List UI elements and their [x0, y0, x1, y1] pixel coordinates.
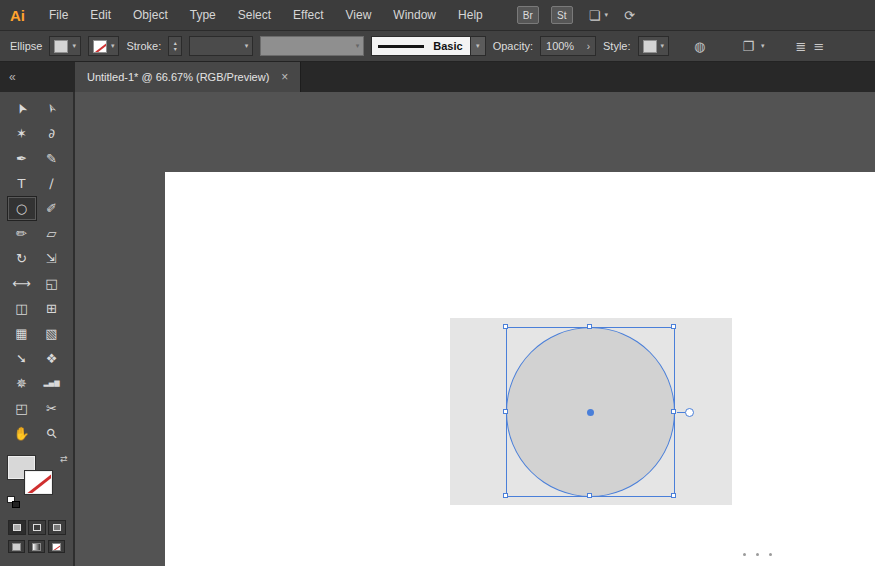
slice-icon: ✂: [46, 402, 57, 415]
style-dropdown[interactable]: ▾: [638, 36, 670, 56]
selection-handle-top-middle[interactable]: [587, 324, 592, 329]
menu-file[interactable]: File: [49, 8, 68, 22]
transform-panel-icon[interactable]: ❐: [742, 39, 754, 54]
caret-down-icon: ▾: [476, 42, 480, 50]
color-mode-buttons: [8, 540, 65, 553]
ellipse-icon: ○: [16, 202, 27, 215]
gradient-button[interactable]: [28, 540, 45, 553]
zoom-icon: ⚲: [44, 426, 60, 442]
scale-tool[interactable]: ⇲: [37, 246, 67, 271]
menu-effect[interactable]: Effect: [293, 8, 323, 22]
stepper-down-icon[interactable]: ▾: [174, 46, 177, 52]
eyedropper-tool[interactable]: ➘: [7, 346, 37, 371]
default-fill-stroke-icon[interactable]: [12, 501, 20, 508]
draw-behind-button[interactable]: [28, 520, 46, 535]
dropdown-button[interactable]: ▾: [470, 37, 485, 55]
slice-tool[interactable]: ✂: [37, 396, 67, 421]
canvas[interactable]: [75, 92, 875, 566]
menu-help[interactable]: Help: [458, 8, 483, 22]
transform-caret-icon[interactable]: ▾: [761, 42, 765, 50]
color-button[interactable]: [8, 540, 25, 553]
draw-normal-button[interactable]: [8, 520, 26, 535]
menu-view[interactable]: View: [346, 8, 372, 22]
free-transform-tool[interactable]: ◱: [37, 271, 67, 296]
stock-button[interactable]: St: [551, 6, 573, 24]
menu-edit[interactable]: Edit: [90, 8, 111, 22]
selection-handle-bottom-middle[interactable]: [587, 493, 592, 498]
close-tab-icon[interactable]: ×: [281, 70, 288, 84]
hand-tool[interactable]: ✋: [7, 421, 37, 446]
workspace-switcher-icon[interactable]: ❏: [589, 8, 601, 23]
app-logo: Ai: [10, 7, 25, 24]
stroke-weight-dropdown[interactable]: ▾: [189, 36, 253, 56]
selection-handle-top-right[interactable]: [671, 324, 676, 329]
line-segment-tool[interactable]: ∕: [37, 171, 67, 196]
shape-builder-tool[interactable]: ◫: [7, 296, 37, 321]
none-button[interactable]: [48, 540, 65, 553]
fill-color-dropdown[interactable]: ▾: [49, 36, 81, 56]
curvature-tool[interactable]: ✎: [37, 146, 67, 171]
opacity-field[interactable]: 100% ›: [540, 36, 596, 56]
share-icon[interactable]: ⟳: [624, 8, 635, 23]
magic-wand-icon: ✶: [16, 127, 27, 140]
free-transform-icon: ◱: [45, 277, 57, 290]
curvature-icon: ✎: [46, 152, 57, 165]
lasso-tool[interactable]: ∂: [37, 121, 67, 146]
stroke-weight-stepper[interactable]: ▴ ▾: [168, 36, 182, 56]
recolor-artwork-icon[interactable]: ◍: [694, 39, 705, 54]
symbol-sprayer-tool[interactable]: ✵: [7, 371, 37, 396]
menu-object[interactable]: Object: [133, 8, 168, 22]
selection-handle-middle-right[interactable]: [671, 409, 676, 414]
selection-handle-top-left[interactable]: [503, 324, 508, 329]
pencil-tool[interactable]: ✏: [7, 221, 37, 246]
eraser-tool[interactable]: ▱: [37, 221, 67, 246]
control-bar: Ellipse ▾ ▾ Stroke: ▴ ▾ ▾ ▾ Basic ▾ Opac…: [0, 30, 875, 62]
menu-window[interactable]: Window: [393, 8, 436, 22]
stroke-swatch[interactable]: [25, 471, 52, 494]
type-tool[interactable]: T: [7, 171, 37, 196]
gradient-tool[interactable]: ▧: [37, 321, 67, 346]
perspective-grid-tool[interactable]: ⊞: [37, 296, 67, 321]
bridge-button[interactable]: Br: [517, 6, 539, 24]
mesh-tool[interactable]: ▦: [7, 321, 37, 346]
stroke-color-dropdown[interactable]: ▾: [88, 36, 120, 56]
workspace-caret-icon[interactable]: ▾: [604, 11, 608, 19]
lasso-icon: ∂: [48, 127, 55, 140]
swap-fill-stroke-icon[interactable]: ⇄: [60, 454, 68, 464]
rotate-tool[interactable]: ↻: [7, 246, 37, 271]
artboard-icon: ◰: [15, 402, 27, 415]
draw-inside-button[interactable]: [48, 520, 66, 535]
column-graph-tool[interactable]: ▂▄▆: [37, 371, 67, 396]
shape-center-point[interactable]: [587, 409, 594, 416]
direct-selection-tool[interactable]: ➣: [37, 96, 67, 121]
selection-handle-middle-left[interactable]: [503, 409, 508, 414]
opacity-menu-arrow-icon[interactable]: ›: [587, 41, 590, 52]
zoom-tool[interactable]: ⚲: [37, 421, 67, 446]
brush-basic-dropdown[interactable]: Basic ▾: [371, 36, 485, 56]
selection-tool[interactable]: ➤: [7, 96, 37, 121]
distribute-panel-icon[interactable]: ≡: [813, 39, 824, 54]
paintbrush-icon: ✐: [46, 202, 57, 215]
selection-handle-bottom-left[interactable]: [503, 493, 508, 498]
artboard-tool[interactable]: ◰: [7, 396, 37, 421]
brush-definition-dropdown: ▾: [260, 36, 364, 56]
line-segment-icon: ∕: [49, 177, 53, 190]
align-panel-icon[interactable]: ≣: [796, 39, 807, 54]
document-tab[interactable]: Untitled-1* @ 66.67% (RGB/Preview) ×: [75, 62, 301, 92]
collapse-panels-button[interactable]: «: [0, 62, 75, 92]
pen-tool[interactable]: ✒: [7, 146, 37, 171]
shape-builder-icon: ◫: [15, 302, 27, 315]
draw-behind-icon: [33, 524, 41, 531]
blend-tool[interactable]: ❖: [37, 346, 67, 371]
menu-type[interactable]: Type: [190, 8, 216, 22]
width-tool[interactable]: ⟷: [7, 271, 37, 296]
paintbrush-tool[interactable]: ✐: [37, 196, 67, 221]
ellipse-tool[interactable]: ○: [7, 196, 37, 221]
none-slash-icon: [25, 471, 52, 494]
pie-widget-handle[interactable]: [685, 408, 694, 417]
selection-handle-bottom-right[interactable]: [671, 493, 676, 498]
grip-dot: [743, 553, 746, 556]
magic-wand-tool[interactable]: ✶: [7, 121, 37, 146]
draw-normal-icon: [13, 524, 21, 531]
menu-select[interactable]: Select: [238, 8, 271, 22]
